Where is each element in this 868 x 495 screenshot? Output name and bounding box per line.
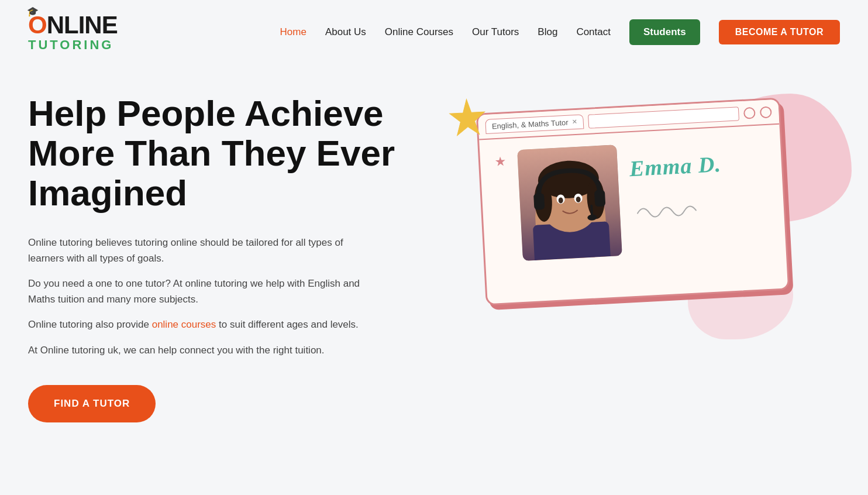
svg-rect-12 <box>594 190 605 207</box>
tutor-name: Emma D. <box>629 149 768 181</box>
nav-tutors[interactable]: Our Tutors <box>472 26 519 38</box>
browser-tab: English, & Maths Tutor ✕ <box>485 114 584 134</box>
hero-desc-2: Do you need a one to one tutor? At onlin… <box>28 276 379 307</box>
tab-text: English, & Maths Tutor <box>492 118 569 131</box>
main-nav: Home About Us Online Courses Our Tutors … <box>280 19 840 45</box>
nav-about[interactable]: About Us <box>325 26 366 38</box>
browser-btn-2 <box>760 106 772 118</box>
hero-desc-3-suffix: to suit different ages and levels. <box>216 319 359 330</box>
spark-decoration <box>446 95 489 141</box>
tutor-signature <box>631 192 770 226</box>
hero-title: Help People Achieve More Than They Ever … <box>28 94 426 214</box>
tutor-face <box>517 145 622 261</box>
browser-body: ★ <box>479 125 788 304</box>
tutor-photo <box>517 145 622 261</box>
find-tutor-button[interactable]: FIND A TUTOR <box>28 385 156 422</box>
tutor-illustration-card: English, & Maths Tutor ✕ ★ <box>476 98 790 306</box>
header: OONLINENLINE TUTORING Home About Us Onli… <box>0 0 868 64</box>
svg-rect-11 <box>533 193 545 210</box>
svg-marker-0 <box>449 98 486 136</box>
hero-desc-1: Online tutoring believes tutoring online… <box>28 235 379 266</box>
hero-desc-3-prefix: Online tutoring also provide <box>28 319 152 330</box>
nav-blog[interactable]: Blog <box>538 26 557 38</box>
tab-close-icon[interactable]: ✕ <box>571 118 577 126</box>
hero-section: Help People Achieve More Than They Ever … <box>0 64 868 474</box>
address-bar <box>588 106 739 128</box>
logo[interactable]: OONLINENLINE TUTORING <box>28 13 118 51</box>
students-button[interactable]: Students <box>629 19 700 45</box>
become-tutor-button[interactable]: BECOME A TUTOR <box>719 20 840 44</box>
browser-window: English, & Maths Tutor ✕ ★ <box>476 98 790 306</box>
hero-left: Help People Achieve More Than They Ever … <box>28 82 426 422</box>
browser-btn-1 <box>743 106 756 119</box>
logo-o-letter: O <box>28 13 47 37</box>
favorite-star-icon: ★ <box>494 154 506 170</box>
browser-controls <box>743 106 772 119</box>
online-courses-link[interactable]: online courses <box>152 319 216 330</box>
hero-desc-4: At Online tutoring uk, we can help conne… <box>28 342 379 358</box>
logo-tutoring: TUTORING <box>28 39 118 51</box>
nav-contact[interactable]: Contact <box>576 26 611 38</box>
nav-courses[interactable]: Online Courses <box>385 26 453 38</box>
tutor-info: Emma D. <box>628 137 770 226</box>
nav-home[interactable]: Home <box>280 26 306 38</box>
hero-desc-3: Online tutoring also provide online cour… <box>28 317 379 332</box>
logo-online: OONLINENLINE <box>28 13 118 37</box>
hero-right: English, & Maths Tutor ✕ ★ <box>426 82 840 374</box>
